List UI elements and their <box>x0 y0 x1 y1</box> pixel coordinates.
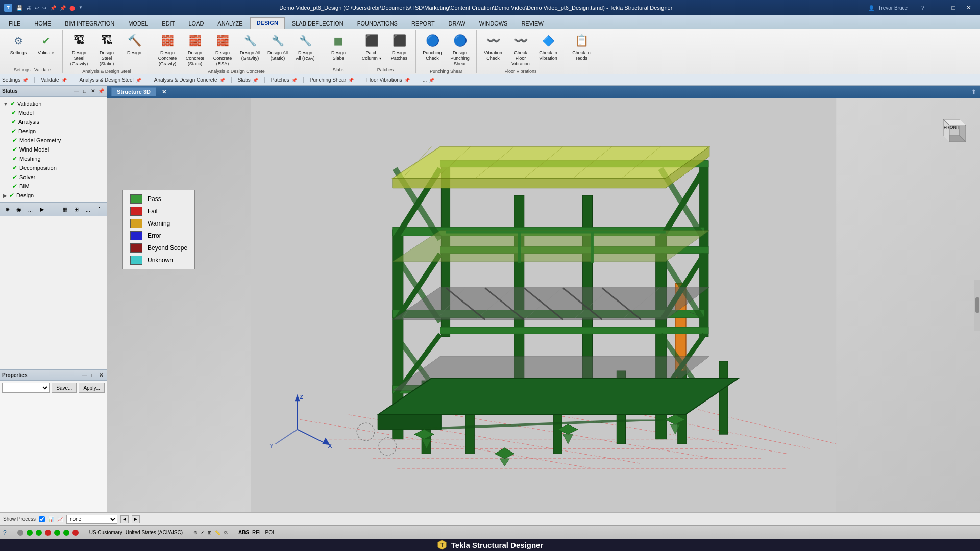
design-concrete-static-button[interactable]: 🧱 DesignConcrete(Static) <box>182 31 208 68</box>
pol-label[interactable]: POL <box>265 530 276 535</box>
show-process-checkbox[interactable] <box>39 516 45 522</box>
help-icon[interactable]: ? <box>916 3 930 13</box>
sub-validate-pin[interactable]: 📌 <box>61 78 67 83</box>
apply-btn[interactable]: Apply... <box>79 383 105 393</box>
orientation-cube[interactable]: FRONT <box>933 113 970 150</box>
tree-item-validation[interactable]: ▼ ✔ Validation <box>1 99 106 108</box>
vibration-check-button[interactable]: 〰️ VibrationCheck <box>480 31 506 63</box>
sub-concrete-pin[interactable]: 📌 <box>219 78 225 83</box>
sub-settings-pin[interactable]: 📌 <box>22 78 28 83</box>
tool-btn-3[interactable]: ... <box>25 204 36 215</box>
qa-save[interactable]: 💾 <box>15 5 23 11</box>
tool-btn-7[interactable]: ⊞ <box>71 204 82 215</box>
process-prev-btn[interactable]: ◄ <box>120 515 129 523</box>
rel-label[interactable]: REL <box>252 530 262 535</box>
tool-btn-4[interactable]: ▶ <box>37 204 47 215</box>
tab-model[interactable]: MODEL <box>121 18 155 29</box>
close-btn[interactable]: ✕ <box>962 3 976 13</box>
tool-btn-5[interactable]: ≡ <box>48 204 59 215</box>
tab-file[interactable]: FILE <box>2 18 27 29</box>
qa-down[interactable]: ▼ <box>78 5 84 11</box>
tree-item-model[interactable]: ✔ Model <box>1 108 106 117</box>
tree-item-bim[interactable]: ✔ BIM <box>1 182 106 191</box>
settings-button[interactable]: ⚙ Settings <box>5 31 32 57</box>
status-panel-pin[interactable]: 📌 <box>97 88 105 95</box>
qa-redo[interactable]: ↪ <box>41 5 47 11</box>
design-patches-button[interactable]: ⬛ DesignPatches <box>386 31 412 63</box>
design-steel-button[interactable]: 🔨 Design <box>121 31 148 57</box>
design-all-gravity-button[interactable]: 🔧 Design All(Gravity) <box>237 31 263 63</box>
design-punching-shear-button[interactable]: 🔵 DesignPunchingShear <box>447 31 473 68</box>
sub-vibration-pin[interactable]: 📌 <box>404 78 410 83</box>
props-minimize[interactable]: — <box>81 371 88 379</box>
process-select[interactable]: none <box>66 515 117 524</box>
sub-more-pin[interactable]: 📌 <box>429 78 434 83</box>
qa-print[interactable]: 🖨 <box>25 5 32 11</box>
design-all-static-button[interactable]: 🔧 Design All(Static) <box>264 31 291 63</box>
save-btn[interactable]: Save... <box>52 383 77 393</box>
design-concrete-gravity-button[interactable]: 🧱 DesignConcrete(Gravity) <box>154 31 181 68</box>
design-concrete-rsa-button[interactable]: 🧱 DesignConcrete(RSA) <box>209 31 236 68</box>
props-close[interactable]: ✕ <box>97 371 105 379</box>
tab-home[interactable]: HOME <box>28 18 58 29</box>
tab-load[interactable]: LOAD <box>182 18 210 29</box>
props-maximize[interactable]: □ <box>89 371 96 379</box>
help-question[interactable]: ? <box>3 529 7 536</box>
qa-pin1[interactable]: 📌 <box>49 5 57 11</box>
design-all-rsa-button[interactable]: 🔧 DesignAll (RSA) <box>292 31 318 63</box>
status-panel-minimize[interactable]: — <box>73 88 80 95</box>
validate-button[interactable]: ✔ Validate <box>33 31 59 57</box>
tab-bim[interactable]: BIM INTEGRATION <box>58 18 121 29</box>
patch-column-button[interactable]: ⬛ Patch Column ▾ <box>358 31 385 63</box>
design-steel-gravity-button[interactable]: 🏗 Design Steel(Gravity) <box>66 31 92 68</box>
tree-item-design-main[interactable]: ▶ ✔ Design <box>1 191 106 200</box>
tab-windows[interactable]: WINDOWS <box>473 18 514 29</box>
status-panel-maximize[interactable]: □ <box>81 88 88 95</box>
tree-item-solver[interactable]: ✔ Solver <box>1 172 106 182</box>
tool-btn-9[interactable]: ⋮ <box>94 204 105 215</box>
viewport-maximize[interactable]: ⬆ <box>971 89 976 95</box>
status-panel-close[interactable]: ✕ <box>89 88 96 95</box>
qa-stop[interactable]: ⬤ <box>68 5 76 11</box>
tree-item-wind-model[interactable]: ✔ Wind Model <box>1 145 106 154</box>
tab-foundations[interactable]: FOUNDATIONS <box>351 18 404 29</box>
minimize-btn[interactable]: — <box>931 3 945 13</box>
sub-more-label[interactable]: ... <box>423 77 427 83</box>
sub-slabs-pin[interactable]: 📌 <box>253 78 258 83</box>
tree-item-design-sub[interactable]: ✔ Design <box>1 127 106 136</box>
tree-item-model-geometry[interactable]: ✔ Model Geometry <box>1 136 106 145</box>
tool-btn-6[interactable]: ▦ <box>60 204 70 215</box>
tab-draw[interactable]: DRAW <box>442 18 472 29</box>
tab-report[interactable]: REPORT <box>405 18 442 29</box>
tab-review[interactable]: REVIEW <box>514 18 550 29</box>
process-next-btn[interactable]: ► <box>132 515 140 523</box>
tree-item-meshing[interactable]: ✔ Meshing <box>1 154 106 163</box>
tool-btn-1[interactable]: ⊕ <box>2 204 13 215</box>
qa-undo[interactable]: ↩ <box>34 5 40 11</box>
tab-design[interactable]: DESIGN <box>250 17 285 29</box>
check-in-vibration-button[interactable]: 🔷 Check InVibration <box>535 31 561 63</box>
maximize-btn[interactable]: □ <box>946 3 961 13</box>
sub-punching-pin[interactable]: 📌 <box>348 78 354 83</box>
standard-label[interactable]: United States (ACI/AISC) <box>126 530 183 535</box>
prop-select[interactable] <box>2 383 50 393</box>
tree-item-analysis[interactable]: ✔ Analysis <box>1 117 106 127</box>
tool-btn-2[interactable]: ◉ <box>14 204 24 215</box>
viewport-tab-structure3d[interactable]: Structure 3D <box>111 87 156 96</box>
sub-steel-pin[interactable]: 📌 <box>136 78 141 83</box>
design-steel-static-button[interactable]: 🏗 Design Steel(Static) <box>93 31 120 68</box>
abs-label[interactable]: ABS <box>238 530 249 535</box>
viewport-canvas[interactable]: Z X Y Pass <box>107 98 980 512</box>
sub-patches-pin[interactable]: 📌 <box>291 78 297 83</box>
viewport-close-btn[interactable]: ✕ <box>160 88 167 95</box>
tool-btn-8[interactable]: ... <box>83 204 93 215</box>
qa-pin2[interactable]: 📌 <box>59 5 67 11</box>
punching-check-button[interactable]: 🔵 PunchingCheck <box>419 31 446 63</box>
viewport-scrollbar[interactable] <box>974 280 980 331</box>
tab-slab-deflection[interactable]: SLAB DEFLECTION <box>285 18 350 29</box>
check-in-tedds-button[interactable]: 📋 Check InTedds <box>568 31 595 63</box>
tree-item-decomposition[interactable]: ✔ Decomposition <box>1 163 106 172</box>
check-floor-vibration-button[interactable]: 〰️ Check FloorVibration <box>507 31 534 68</box>
tab-edit[interactable]: EDIT <box>155 18 181 29</box>
units-label[interactable]: US Customary <box>89 530 122 535</box>
